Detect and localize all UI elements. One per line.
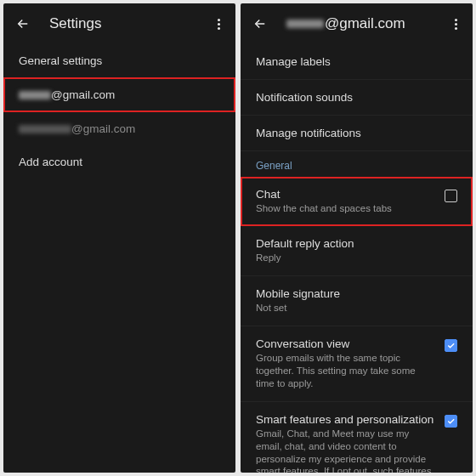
conv-title: Conversation view — [256, 337, 436, 350]
settings-screen: Settings General settings @gmail.com @gm… — [3, 3, 235, 473]
settings-list: General settings @gmail.com @gmail.com A… — [3, 44, 235, 473]
account-settings-list: Manage labels Notification sounds Manage… — [241, 44, 473, 473]
smart-features-item[interactable]: Smart features and personalization Gmail… — [241, 402, 473, 473]
overflow-menu-icon[interactable] — [214, 14, 224, 35]
manage-notifications-item[interactable]: Manage notifications — [241, 116, 473, 151]
reply-subtitle: Reply — [256, 252, 457, 264]
chat-subtitle: Show the chat and spaces tabs — [256, 202, 436, 215]
account-1-suffix: @gmail.com — [51, 88, 115, 101]
conv-subtitle: Group emails with the same topic togethe… — [256, 352, 436, 390]
appbar-title: @gmail.com — [286, 15, 451, 32]
account-settings-screen: @gmail.com Manage labels Notification so… — [241, 3, 473, 473]
smart1-title: Smart features and personalization — [256, 413, 436, 426]
conversation-view-item[interactable]: Conversation view Group emails with the … — [241, 326, 473, 402]
overflow-menu-icon[interactable] — [451, 14, 461, 35]
sig-title: Mobile signature — [256, 287, 457, 300]
appbar-account-suffix: @gmail.com — [325, 15, 405, 32]
default-reply-item[interactable]: Default reply action Reply — [241, 226, 473, 276]
account-item-1[interactable]: @gmail.com — [3, 77, 235, 112]
account-item-2[interactable]: @gmail.com — [3, 112, 235, 145]
general-settings-item[interactable]: General settings — [3, 44, 235, 77]
appbar: Settings — [3, 3, 235, 44]
manage-labels-item[interactable]: Manage labels — [241, 44, 473, 80]
add-account-item[interactable]: Add account — [3, 145, 235, 178]
chat-checkbox[interactable] — [445, 190, 457, 202]
mobile-signature-item[interactable]: Mobile signature Not set — [241, 276, 473, 326]
account-2-suffix: @gmail.com — [71, 122, 135, 135]
back-arrow-icon[interactable] — [15, 16, 31, 31]
back-arrow-icon[interactable] — [252, 16, 268, 31]
chat-toggle-item[interactable]: Chat Show the chat and spaces tabs — [241, 177, 473, 226]
appbar-title: Settings — [49, 15, 214, 32]
chat-title: Chat — [256, 188, 436, 201]
appbar: @gmail.com — [241, 3, 473, 44]
section-general-label: General — [241, 151, 473, 177]
sig-subtitle: Not set — [256, 302, 457, 314]
reply-title: Default reply action — [256, 237, 457, 250]
smart1-subtitle: Gmail, Chat, and Meet may use my email, … — [256, 428, 436, 473]
conv-checkbox[interactable] — [445, 339, 457, 352]
smart1-checkbox[interactable] — [445, 415, 457, 428]
notification-sounds-item[interactable]: Notification sounds — [241, 80, 473, 116]
